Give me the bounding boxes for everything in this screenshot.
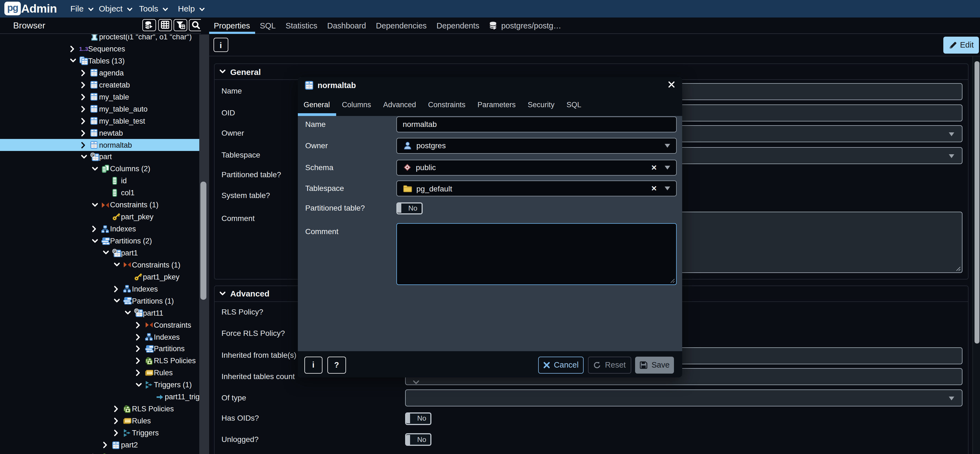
svg-text:P: P [113, 249, 116, 253]
svg-text:P: P [135, 309, 137, 313]
svg-text:1..3: 1..3 [79, 46, 88, 52]
svg-text:P: P [91, 153, 94, 157]
